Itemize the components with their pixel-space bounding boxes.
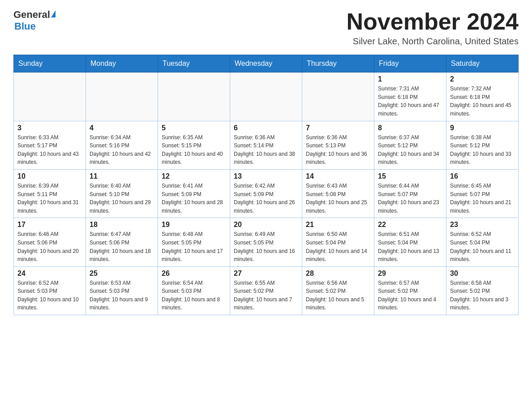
table-row <box>302 73 374 121</box>
day-info: Sunrise: 6:53 AM Sunset: 5:03 PM Dayligh… <box>90 279 154 312</box>
week-row-0: 1Sunrise: 7:31 AM Sunset: 6:18 PM Daylig… <box>14 73 519 121</box>
header-wednesday: Wednesday <box>230 55 302 73</box>
day-info: Sunrise: 6:36 AM Sunset: 5:13 PM Dayligh… <box>306 133 370 167</box>
week-row-4: 24Sunrise: 6:52 AM Sunset: 5:03 PM Dayli… <box>14 266 519 315</box>
day-info: Sunrise: 6:36 AM Sunset: 5:14 PM Dayligh… <box>234 133 298 167</box>
table-row: 11Sunrise: 6:40 AM Sunset: 5:10 PM Dayli… <box>86 169 158 218</box>
day-number: 25 <box>90 270 154 278</box>
table-row <box>158 73 230 121</box>
table-row: 3Sunrise: 6:33 AM Sunset: 5:17 PM Daylig… <box>14 121 86 169</box>
day-info: Sunrise: 6:58 AM Sunset: 5:02 PM Dayligh… <box>450 279 515 312</box>
table-row: 17Sunrise: 6:46 AM Sunset: 5:06 PM Dayli… <box>14 218 86 266</box>
table-row: 13Sunrise: 6:42 AM Sunset: 5:09 PM Dayli… <box>230 169 302 218</box>
table-row <box>86 73 158 121</box>
day-info: Sunrise: 6:37 AM Sunset: 5:12 PM Dayligh… <box>378 133 442 167</box>
header-friday: Friday <box>374 55 446 73</box>
table-row: 7Sunrise: 6:36 AM Sunset: 5:13 PM Daylig… <box>302 121 374 169</box>
table-row: 5Sunrise: 6:35 AM Sunset: 5:15 PM Daylig… <box>158 121 230 169</box>
day-info: Sunrise: 6:44 AM Sunset: 5:07 PM Dayligh… <box>378 182 442 215</box>
day-info: Sunrise: 6:46 AM Sunset: 5:06 PM Dayligh… <box>17 230 82 263</box>
day-number: 20 <box>234 221 298 229</box>
table-row: 25Sunrise: 6:53 AM Sunset: 5:03 PM Dayli… <box>86 266 158 315</box>
day-number: 22 <box>378 221 442 229</box>
day-info: Sunrise: 6:47 AM Sunset: 5:06 PM Dayligh… <box>90 230 154 263</box>
day-info: Sunrise: 7:32 AM Sunset: 6:18 PM Dayligh… <box>450 85 515 118</box>
day-number: 19 <box>162 221 226 229</box>
table-row: 22Sunrise: 6:51 AM Sunset: 5:04 PM Dayli… <box>374 218 446 266</box>
day-number: 26 <box>162 270 226 278</box>
table-row: 29Sunrise: 6:57 AM Sunset: 5:02 PM Dayli… <box>374 266 446 315</box>
logo-blue-text: Blue <box>14 21 36 32</box>
day-info: Sunrise: 6:34 AM Sunset: 5:16 PM Dayligh… <box>90 133 154 167</box>
day-info: Sunrise: 6:52 AM Sunset: 5:04 PM Dayligh… <box>450 230 515 263</box>
day-number: 27 <box>234 270 298 278</box>
day-number: 11 <box>90 172 154 180</box>
header-thursday: Thursday <box>302 55 374 73</box>
day-number: 21 <box>306 221 370 229</box>
table-row: 16Sunrise: 6:45 AM Sunset: 5:07 PM Dayli… <box>446 169 519 218</box>
day-number: 30 <box>450 270 515 278</box>
weekday-header-row: Sunday Monday Tuesday Wednesday Thursday… <box>14 55 519 73</box>
day-info: Sunrise: 6:35 AM Sunset: 5:15 PM Dayligh… <box>162 133 226 167</box>
month-title: November 2024 <box>347 9 519 34</box>
table-row: 18Sunrise: 6:47 AM Sunset: 5:06 PM Dayli… <box>86 218 158 266</box>
day-info: Sunrise: 6:33 AM Sunset: 5:17 PM Dayligh… <box>17 133 82 167</box>
table-row: 28Sunrise: 6:56 AM Sunset: 5:02 PM Dayli… <box>302 266 374 315</box>
day-info: Sunrise: 6:45 AM Sunset: 5:07 PM Dayligh… <box>450 182 515 215</box>
day-number: 24 <box>17 270 82 278</box>
day-info: Sunrise: 6:57 AM Sunset: 5:02 PM Dayligh… <box>378 279 442 312</box>
table-row: 15Sunrise: 6:44 AM Sunset: 5:07 PM Dayli… <box>374 169 446 218</box>
header-monday: Monday <box>86 55 158 73</box>
day-number: 3 <box>17 124 82 132</box>
header-saturday: Saturday <box>446 55 519 73</box>
day-number: 13 <box>234 172 298 180</box>
title-area: November 2024 Silver Lake, North Carolin… <box>347 9 519 47</box>
day-number: 28 <box>306 270 370 278</box>
table-row: 27Sunrise: 6:55 AM Sunset: 5:02 PM Dayli… <box>230 266 302 315</box>
header-sunday: Sunday <box>14 55 86 73</box>
day-number: 17 <box>17 221 82 229</box>
day-number: 2 <box>450 75 515 83</box>
page-header: General Blue November 2024 Silver Lake, … <box>13 9 519 47</box>
table-row <box>230 73 302 121</box>
day-info: Sunrise: 6:48 AM Sunset: 5:05 PM Dayligh… <box>162 230 226 263</box>
table-row: 26Sunrise: 6:54 AM Sunset: 5:03 PM Dayli… <box>158 266 230 315</box>
day-number: 12 <box>162 172 226 180</box>
day-number: 8 <box>378 124 442 132</box>
day-info: Sunrise: 6:40 AM Sunset: 5:10 PM Dayligh… <box>90 182 154 215</box>
day-number: 4 <box>90 124 154 132</box>
day-info: Sunrise: 6:42 AM Sunset: 5:09 PM Dayligh… <box>234 182 298 215</box>
day-info: Sunrise: 6:41 AM Sunset: 5:09 PM Dayligh… <box>162 182 226 215</box>
day-info: Sunrise: 6:55 AM Sunset: 5:02 PM Dayligh… <box>234 279 298 312</box>
day-number: 14 <box>306 172 370 180</box>
week-row-3: 17Sunrise: 6:46 AM Sunset: 5:06 PM Dayli… <box>14 218 519 266</box>
table-row: 1Sunrise: 7:31 AM Sunset: 6:18 PM Daylig… <box>374 73 446 121</box>
day-info: Sunrise: 6:49 AM Sunset: 5:05 PM Dayligh… <box>234 230 298 263</box>
table-row: 4Sunrise: 6:34 AM Sunset: 5:16 PM Daylig… <box>86 121 158 169</box>
table-row <box>14 73 86 121</box>
day-number: 23 <box>450 221 515 229</box>
table-row: 12Sunrise: 6:41 AM Sunset: 5:09 PM Dayli… <box>158 169 230 218</box>
day-number: 18 <box>90 221 154 229</box>
week-row-2: 10Sunrise: 6:39 AM Sunset: 5:11 PM Dayli… <box>14 169 519 218</box>
table-row: 14Sunrise: 6:43 AM Sunset: 5:08 PM Dayli… <box>302 169 374 218</box>
day-number: 7 <box>306 124 370 132</box>
day-info: Sunrise: 6:54 AM Sunset: 5:03 PM Dayligh… <box>162 279 226 312</box>
table-row: 8Sunrise: 6:37 AM Sunset: 5:12 PM Daylig… <box>374 121 446 169</box>
day-number: 1 <box>378 75 442 83</box>
table-row: 6Sunrise: 6:36 AM Sunset: 5:14 PM Daylig… <box>230 121 302 169</box>
logo: General Blue <box>13 9 56 32</box>
day-number: 9 <box>450 124 515 132</box>
day-info: Sunrise: 6:39 AM Sunset: 5:11 PM Dayligh… <box>17 182 82 215</box>
day-number: 10 <box>17 172 82 180</box>
day-info: Sunrise: 6:50 AM Sunset: 5:04 PM Dayligh… <box>306 230 370 263</box>
calendar-table: Sunday Monday Tuesday Wednesday Thursday… <box>13 55 519 315</box>
table-row: 24Sunrise: 6:52 AM Sunset: 5:03 PM Dayli… <box>14 266 86 315</box>
table-row: 30Sunrise: 6:58 AM Sunset: 5:02 PM Dayli… <box>446 266 519 315</box>
day-number: 29 <box>378 270 442 278</box>
table-row: 2Sunrise: 7:32 AM Sunset: 6:18 PM Daylig… <box>446 73 519 121</box>
logo-general-text: General <box>13 9 50 21</box>
day-number: 15 <box>378 172 442 180</box>
day-number: 16 <box>450 172 515 180</box>
table-row: 23Sunrise: 6:52 AM Sunset: 5:04 PM Dayli… <box>446 218 519 266</box>
